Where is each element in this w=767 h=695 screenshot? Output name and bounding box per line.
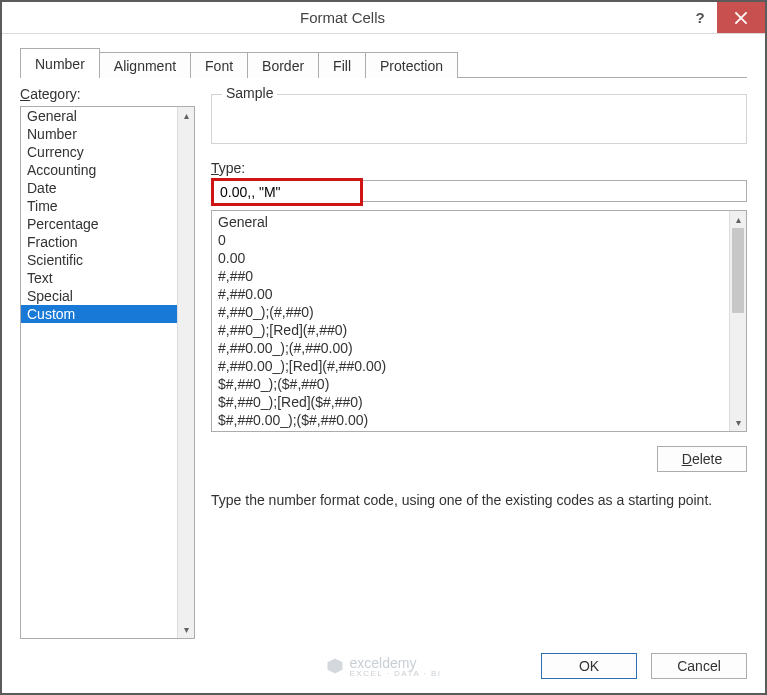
type-input-highlight [211, 178, 363, 206]
category-item-accounting[interactable]: Accounting [21, 161, 177, 179]
format-code-item[interactable]: $#,##0_);($#,##0) [218, 375, 723, 393]
help-button[interactable]: ? [683, 2, 717, 33]
category-label: Category: [20, 84, 195, 104]
format-code-item[interactable]: #,##0.00 [218, 285, 723, 303]
category-item-fraction[interactable]: Fraction [21, 233, 177, 251]
category-item-percentage[interactable]: Percentage [21, 215, 177, 233]
format-code-item[interactable]: $#,##0_);[Red]($#,##0) [218, 393, 723, 411]
tab-strip: NumberAlignmentFontBorderFillProtection [20, 48, 747, 78]
category-item-scientific[interactable]: Scientific [21, 251, 177, 269]
type-input-extension[interactable] [363, 180, 747, 202]
category-item-general[interactable]: General [21, 107, 177, 125]
ok-button[interactable]: OK [541, 653, 637, 679]
number-tab-content: Category: GeneralNumberCurrencyAccountin… [20, 78, 747, 639]
scroll-down-icon[interactable]: ▾ [730, 414, 746, 431]
sample-legend: Sample [222, 85, 277, 101]
format-code-item[interactable]: #,##0_);(#,##0) [218, 303, 723, 321]
category-scrollbar[interactable]: ▴ ▾ [177, 107, 194, 638]
format-hint-text: Type the number format code, using one o… [211, 492, 747, 508]
type-input[interactable] [214, 181, 360, 203]
tab-alignment[interactable]: Alignment [99, 52, 191, 78]
format-code-item[interactable]: $#,##0.00_);($#,##0.00) [218, 411, 723, 429]
dialog-body: NumberAlignmentFontBorderFillProtection … [2, 34, 765, 639]
sample-value [212, 95, 746, 107]
format-details-column: Sample Type: General00.00#,##0#,##0.00#,… [211, 84, 747, 639]
tab-number[interactable]: Number [20, 48, 100, 78]
format-code-item[interactable]: #,##0.00_);[Red](#,##0.00) [218, 357, 723, 375]
scroll-up-icon[interactable]: ▴ [730, 211, 746, 228]
scrollbar-thumb[interactable] [732, 228, 744, 313]
watermark: exceldemy EXCEL · DATA · BI [325, 655, 441, 678]
tab-font[interactable]: Font [190, 52, 248, 78]
scroll-up-icon[interactable]: ▴ [178, 107, 194, 124]
window-title: Format Cells [2, 2, 683, 33]
category-item-currency[interactable]: Currency [21, 143, 177, 161]
format-cells-dialog: Format Cells ? NumberAlignmentFontBorder… [0, 0, 767, 695]
format-code-listbox[interactable]: General00.00#,##0#,##0.00#,##0_);(#,##0)… [211, 210, 747, 432]
delete-row: Delete [211, 446, 747, 472]
dialog-footer: exceldemy EXCEL · DATA · BI OK Cancel [2, 639, 765, 693]
category-column: Category: GeneralNumberCurrencyAccountin… [20, 84, 195, 639]
cancel-button[interactable]: Cancel [651, 653, 747, 679]
format-scrollbar[interactable]: ▴ ▾ [729, 211, 746, 431]
cube-icon [325, 657, 343, 675]
tab-border[interactable]: Border [247, 52, 319, 78]
tab-protection[interactable]: Protection [365, 52, 458, 78]
scroll-down-icon[interactable]: ▾ [178, 621, 194, 638]
category-listbox[interactable]: GeneralNumberCurrencyAccountingDateTimeP… [20, 106, 195, 639]
type-label: Type: [211, 160, 747, 176]
type-input-row [211, 177, 747, 206]
category-item-date[interactable]: Date [21, 179, 177, 197]
delete-button[interactable]: Delete [657, 446, 747, 472]
category-item-custom[interactable]: Custom [21, 305, 177, 323]
format-code-item[interactable]: #,##0.00_);(#,##0.00) [218, 339, 723, 357]
format-code-item[interactable]: #,##0_);[Red](#,##0) [218, 321, 723, 339]
format-code-item[interactable]: 0.00 [218, 249, 723, 267]
format-code-item[interactable]: General [218, 213, 723, 231]
titlebar-controls: ? [683, 2, 765, 33]
format-code-item[interactable]: #,##0 [218, 267, 723, 285]
format-code-item[interactable]: 0 [218, 231, 723, 249]
category-item-text[interactable]: Text [21, 269, 177, 287]
close-icon [734, 11, 748, 25]
watermark-sub: EXCEL · DATA · BI [349, 669, 441, 678]
category-item-time[interactable]: Time [21, 197, 177, 215]
close-button[interactable] [717, 2, 765, 33]
tab-fill[interactable]: Fill [318, 52, 366, 78]
titlebar: Format Cells ? [2, 2, 765, 34]
sample-group: Sample [211, 94, 747, 144]
category-item-number[interactable]: Number [21, 125, 177, 143]
category-item-special[interactable]: Special [21, 287, 177, 305]
